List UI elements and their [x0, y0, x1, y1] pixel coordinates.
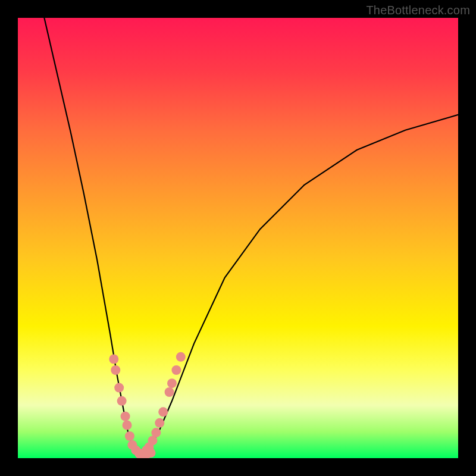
data-dot	[155, 418, 164, 428]
data-dot	[123, 421, 132, 430]
data-dot	[146, 448, 155, 458]
data-dot	[117, 396, 127, 406]
bottom-dots-group	[136, 448, 156, 458]
data-dot	[165, 387, 174, 397]
data-dot	[109, 355, 118, 364]
data-dot	[158, 407, 168, 416]
data-dot	[114, 383, 124, 393]
right-dots-group	[142, 352, 186, 455]
right-curve	[141, 115, 458, 454]
data-dot	[111, 365, 120, 375]
watermark-text: TheBottleneck.com	[366, 4, 470, 17]
data-dot	[121, 412, 130, 421]
chart-overlay	[18, 18, 458, 458]
left-dots-group	[109, 355, 144, 459]
data-dot	[151, 428, 161, 437]
data-dot	[167, 378, 177, 388]
left-curve	[44, 18, 141, 454]
data-dot	[171, 365, 181, 375]
data-dot	[176, 352, 186, 362]
data-dot	[125, 431, 134, 441]
